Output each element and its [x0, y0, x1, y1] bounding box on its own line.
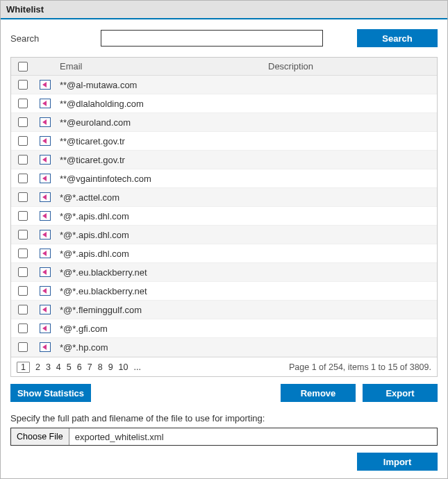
- row-email: **@dlalaholding.com: [56, 99, 264, 109]
- row-email: *@*.fleminggulf.com: [56, 305, 264, 315]
- row-email: **@al-mutawa.com: [56, 80, 264, 90]
- row-checkbox[interactable]: [18, 99, 28, 108]
- entry-icon: [40, 174, 51, 183]
- table-row[interactable]: *@*.hp.com: [11, 338, 437, 357]
- search-input[interactable]: [101, 30, 323, 47]
- table-row[interactable]: **@ticaret.gov.tr: [11, 132, 437, 151]
- row-checkbox[interactable]: [18, 342, 28, 352]
- row-email: *@*.gfi.com: [56, 323, 264, 334]
- table-header: Email Description: [11, 58, 437, 76]
- row-checkbox[interactable]: [18, 155, 28, 165]
- entry-icon: [40, 155, 51, 165]
- page-link[interactable]: 7: [88, 362, 92, 372]
- row-email: *@*.acttel.com: [56, 192, 264, 203]
- row-checkbox[interactable]: [18, 230, 28, 239]
- action-row: Show Statistics Remove Export: [1, 377, 447, 412]
- choose-file-button[interactable]: Choose File: [11, 428, 69, 445]
- page-link[interactable]: 6: [77, 362, 82, 372]
- page-link[interactable]: 9: [108, 362, 113, 372]
- table-row[interactable]: **@euroland.com: [11, 113, 437, 132]
- whitelist-table: Email Description **@al-mutawa.com**@dla…: [10, 57, 438, 377]
- table-row[interactable]: *@*.fleminggulf.com: [11, 301, 437, 319]
- table-row[interactable]: *@*.eu.blackberry.net: [11, 263, 437, 282]
- row-email: *@*.apis.dhl.com: [56, 249, 264, 259]
- page-link[interactable]: 1: [17, 362, 30, 373]
- row-checkbox[interactable]: [18, 305, 28, 314]
- row-email: *@*.hp.com: [56, 342, 264, 353]
- row-email: **@vgaintinfotech.com: [56, 174, 264, 184]
- show-statistics-button[interactable]: Show Statistics: [10, 384, 91, 402]
- row-email: **@ticaret.gov.tr: [56, 155, 264, 165]
- entry-icon: [40, 99, 51, 108]
- entry-icon: [40, 117, 51, 127]
- page-link[interactable]: ...: [133, 362, 140, 372]
- table-row[interactable]: *@*.gfi.com: [11, 319, 437, 338]
- row-checkbox[interactable]: [18, 80, 28, 90]
- row-email: *@*.apis.dhl.com: [56, 230, 264, 240]
- row-checkbox[interactable]: [18, 117, 28, 127]
- file-picker: Choose File exported_whitelist.xml: [10, 428, 438, 446]
- row-email: *@*.eu.blackberry.net: [56, 267, 264, 278]
- export-button[interactable]: Export: [363, 384, 438, 402]
- entry-icon: [40, 230, 51, 239]
- import-label: Specify the full path and filename of th…: [1, 412, 447, 428]
- pager-info: Page 1 of 254, items 1 to 15 of 3809.: [289, 362, 431, 372]
- page-link[interactable]: 4: [56, 362, 61, 372]
- col-email[interactable]: Email: [56, 61, 264, 72]
- row-checkbox[interactable]: [18, 286, 28, 296]
- entry-icon: [40, 80, 51, 90]
- pager: 12345678910... Page 1 of 254, items 1 to…: [11, 357, 437, 376]
- table-row[interactable]: **@ticaret.gov.tr: [11, 151, 437, 169]
- row-email: **@ticaret.gov.tr: [56, 136, 264, 146]
- row-checkbox[interactable]: [18, 192, 28, 202]
- page-link[interactable]: 3: [46, 362, 51, 372]
- search-button[interactable]: Search: [357, 29, 438, 47]
- table-row[interactable]: **@dlalaholding.com: [11, 94, 437, 113]
- import-button[interactable]: Import: [357, 453, 438, 471]
- row-email: **@euroland.com: [56, 117, 264, 128]
- page-link[interactable]: 8: [98, 362, 103, 372]
- entry-icon: [40, 342, 51, 352]
- row-email: *@*.apis.dhl.com: [56, 211, 264, 221]
- table-row[interactable]: *@*.acttel.com: [11, 188, 437, 207]
- page-link[interactable]: 5: [67, 362, 72, 372]
- row-checkbox[interactable]: [18, 267, 28, 277]
- entry-icon: [40, 305, 51, 314]
- table-row[interactable]: **@vgaintinfotech.com: [11, 169, 437, 188]
- row-email: *@*.eu.blackberry.net: [56, 286, 264, 296]
- entry-icon: [40, 192, 51, 202]
- remove-button[interactable]: Remove: [281, 384, 356, 402]
- page-link[interactable]: 2: [35, 362, 40, 372]
- entry-icon: [40, 323, 51, 333]
- row-checkbox[interactable]: [18, 136, 28, 146]
- table-row[interactable]: *@*.apis.dhl.com: [11, 226, 437, 244]
- col-description[interactable]: Description: [264, 61, 437, 72]
- row-checkbox[interactable]: [18, 211, 28, 221]
- table-row[interactable]: *@*.apis.dhl.com: [11, 207, 437, 226]
- row-checkbox[interactable]: [18, 174, 28, 183]
- panel-title: Whitelist: [1, 1, 447, 19]
- table-row[interactable]: *@*.eu.blackberry.net: [11, 282, 437, 301]
- row-checkbox[interactable]: [18, 249, 28, 258]
- entry-icon: [40, 211, 51, 221]
- page-link[interactable]: 10: [119, 362, 128, 372]
- table-row[interactable]: **@al-mutawa.com: [11, 76, 437, 94]
- chosen-filename: exported_whitelist.xml: [69, 428, 437, 445]
- select-all-checkbox[interactable]: [18, 62, 28, 72]
- row-checkbox[interactable]: [18, 323, 28, 333]
- table-row[interactable]: *@*.apis.dhl.com: [11, 244, 437, 263]
- entry-icon: [40, 249, 51, 258]
- search-row: Search Search: [1, 19, 447, 57]
- whitelist-panel: Whitelist Search Search Email Descriptio…: [0, 0, 448, 479]
- search-label: Search: [10, 33, 94, 44]
- entry-icon: [40, 267, 51, 277]
- entry-icon: [40, 136, 51, 146]
- entry-icon: [40, 286, 51, 296]
